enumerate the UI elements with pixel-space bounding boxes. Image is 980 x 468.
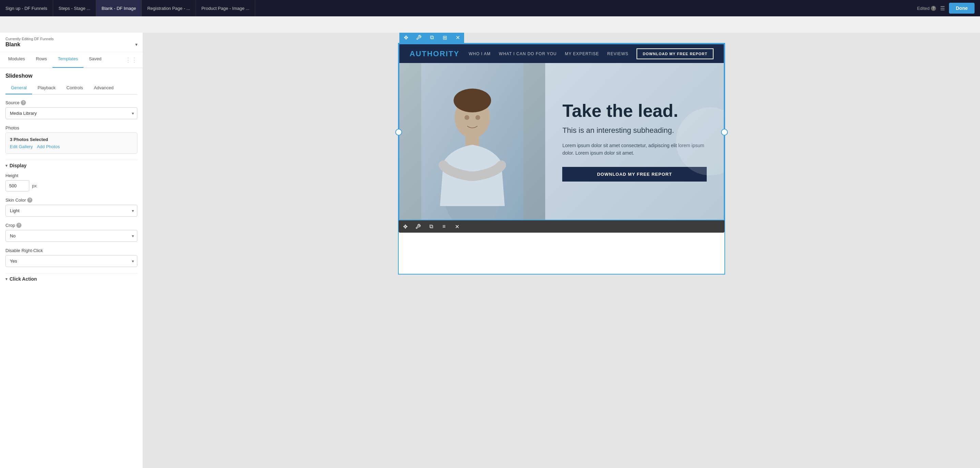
help-icon[interactable]: ? — [931, 6, 936, 11]
slideshow-title: Slideshow — [0, 68, 143, 82]
site-logo: AUTHORITY — [410, 49, 459, 58]
source-help-icon[interactable]: ? — [21, 100, 26, 105]
edited-label: Edited ? — [917, 6, 936, 11]
settings-content: Source ? Media Library Custom URL ▾ Phot… — [0, 95, 143, 287]
toolbar-wrench-btn[interactable] — [412, 33, 425, 44]
sub-tabs: General Playback Controls Advanced — [5, 82, 137, 95]
slideshow-element: ✥ ⧉ ⊞ ✕ AUTHORITY WHO — [399, 44, 724, 221]
source-label: Source ? — [5, 100, 137, 105]
tab-saved[interactable]: Saved — [83, 52, 107, 68]
bottom-wrench-btn[interactable] — [412, 221, 425, 233]
photos-links: Edit Gallery Add Photos — [10, 144, 133, 149]
display-section: ▾ Display — [5, 163, 137, 168]
tab-blank[interactable]: Blank - DF Image — [96, 0, 142, 16]
svg-point-4 — [453, 89, 491, 113]
photos-count: 3 Photos Selected — [10, 137, 133, 142]
svg-rect-3 — [466, 135, 479, 146]
sidebar-header: Currently Editing DF Funnels Blank ▾ — [0, 33, 143, 52]
photos-field-group: Photos 3 Photos Selected Edit Gallery Ad… — [5, 125, 137, 154]
tab-modules[interactable]: Modules — [3, 52, 30, 68]
tab-signup[interactable]: Sign up - DF Funnels — [0, 0, 53, 16]
disable-right-click-label: Disable Right-Click — [5, 248, 137, 253]
canvas-wrapper: ✥ ⧉ ⊞ ✕ AUTHORITY WHO — [398, 43, 725, 274]
disable-right-click-select[interactable]: Yes No — [5, 255, 137, 267]
click-action-collapse-icon: ▾ — [5, 277, 8, 281]
bottom-copy-btn[interactable]: ⧉ — [425, 221, 438, 233]
logo-text: AUTHOR — [410, 49, 446, 58]
nav-link-1[interactable]: WHAT I CAN DO FOR YOU — [499, 51, 557, 56]
skin-color-label: Skin Color ? — [5, 198, 137, 203]
chevron-down-icon[interactable]: ▾ — [135, 42, 137, 47]
nav-link-2[interactable]: MY EXPERTISE — [565, 51, 599, 56]
hero-cta-button[interactable]: DOWNLOAD MY FREE REPORT — [562, 167, 707, 182]
list-icon[interactable]: ☰ — [940, 5, 945, 11]
toolbar-move-btn[interactable]: ✥ — [399, 33, 412, 44]
svg-point-5 — [465, 115, 469, 120]
tab-steps[interactable]: Steps - Stage ... — [53, 0, 96, 16]
nav-cta-button[interactable]: DOWNLOAD MY FREE REPORT — [636, 48, 714, 59]
bottom-close-btn[interactable]: ✕ — [450, 221, 463, 233]
drag-handle: ⋮⋮ — [123, 52, 140, 68]
subtab-general[interactable]: General — [5, 82, 32, 94]
slideshow-toolbar: ✥ ⧉ ⊞ ✕ — [399, 33, 464, 44]
hero-image-side — [399, 63, 545, 220]
tab-product[interactable]: Product Page - Image ... — [196, 0, 255, 16]
toolbar-copy-btn[interactable]: ⧉ — [425, 33, 438, 44]
skin-color-select[interactable]: Light Dark — [5, 205, 137, 217]
crop-label: Crop ? — [5, 223, 137, 228]
skin-color-select-wrapper: Light Dark ▾ — [5, 205, 137, 217]
edit-gallery-link[interactable]: Edit Gallery — [10, 144, 33, 149]
tab-registration-label: Registration Page - ... — [147, 6, 190, 11]
source-select-wrapper: Media Library Custom URL ▾ — [5, 107, 137, 119]
bottom-move-btn[interactable]: ✥ — [399, 221, 412, 233]
hero-heading: Take the lead. — [562, 101, 707, 121]
person-silhouette — [399, 63, 545, 220]
nav-link-0[interactable]: WHO I AM — [469, 51, 491, 56]
height-unit: px — [32, 183, 37, 188]
bottom-list-btn[interactable]: ≡ — [438, 221, 450, 233]
top-bar-right: Edited ? ☰ Done — [912, 3, 980, 14]
tab-product-label: Product Page - Image ... — [201, 6, 250, 11]
nav-links: WHO I AM WHAT I CAN DO FOR YOU MY EXPERT… — [469, 48, 714, 59]
disable-right-click-select-wrapper: Yes No ▾ — [5, 255, 137, 267]
crop-field-group: Crop ? No Yes ▾ — [5, 223, 137, 242]
currently-editing-label: Currently Editing DF Funnels — [5, 37, 137, 41]
crop-select[interactable]: No Yes — [5, 230, 137, 242]
nav-link-3[interactable]: REVIEWS — [607, 51, 628, 56]
tab-templates[interactable]: Templates — [52, 52, 83, 68]
bottom-toolbar: ✥ ⧉ ≡ ✕ — [399, 221, 724, 233]
photos-box: 3 Photos Selected Edit Gallery Add Photo… — [5, 133, 137, 154]
tab-signup-label: Sign up - DF Funnels — [5, 6, 48, 11]
crop-select-wrapper: No Yes ▾ — [5, 230, 137, 242]
disable-right-click-field-group: Disable Right-Click Yes No ▾ — [5, 248, 137, 267]
subtab-controls[interactable]: Controls — [61, 82, 88, 94]
click-action-header[interactable]: ▾ Click Action — [5, 276, 137, 282]
hero-section: Take the lead. This is an interesting su… — [399, 63, 724, 220]
height-label: Height — [5, 173, 137, 178]
done-button[interactable]: Done — [949, 3, 975, 14]
skin-color-field-group: Skin Color ? Light Dark ▾ — [5, 198, 137, 217]
collapse-icon: ▾ — [5, 163, 8, 168]
subtab-playback[interactable]: Playback — [32, 82, 61, 94]
hero-content-side: Take the lead. This is an interesting su… — [545, 63, 724, 220]
site-nav: AUTHORITY WHO I AM WHAT I CAN DO FOR YOU… — [399, 44, 724, 63]
display-header[interactable]: ▾ Display — [5, 163, 137, 168]
subtab-advanced[interactable]: Advanced — [88, 82, 119, 94]
add-photos-link[interactable]: Add Photos — [37, 144, 60, 149]
resize-handle-right[interactable] — [721, 129, 728, 136]
height-input[interactable] — [5, 180, 29, 192]
editing-name: Blank ▾ — [5, 41, 137, 51]
source-select[interactable]: Media Library Custom URL — [5, 107, 137, 119]
resize-handle-left[interactable] — [395, 129, 402, 136]
toolbar-close-btn[interactable]: ✕ — [451, 33, 464, 44]
tab-blank-label: Blank - DF Image — [102, 6, 136, 11]
tab-registration[interactable]: Registration Page - ... — [142, 0, 196, 16]
photos-label: Photos — [5, 125, 137, 130]
divider-1 — [5, 160, 137, 160]
sidebar: Currently Editing DF Funnels Blank ▾ Mod… — [0, 33, 143, 468]
nav-tabs: Modules Rows Templates Saved ⋮⋮ — [0, 52, 143, 68]
toolbar-split-btn[interactable]: ⊞ — [438, 33, 451, 44]
skin-color-help-icon[interactable]: ? — [27, 198, 32, 203]
tab-rows[interactable]: Rows — [30, 52, 52, 68]
crop-help-icon[interactable]: ? — [16, 223, 21, 228]
